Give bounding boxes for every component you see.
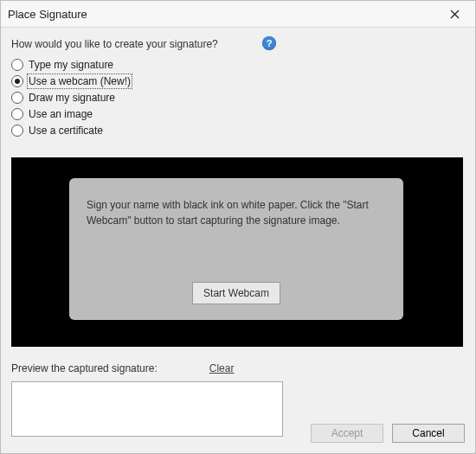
preview-header: Preview the captured signature: Clear [11, 361, 465, 376]
radio-icon [11, 108, 23, 120]
help-icon[interactable]: ? [262, 36, 276, 50]
close-button[interactable] [441, 3, 468, 24]
option-label: Type my signature [29, 59, 113, 71]
prompt-text: How would you like to create your signat… [11, 38, 218, 50]
radio-icon [11, 125, 23, 137]
accept-button: Accept [311, 424, 383, 443]
cancel-button[interactable]: Cancel [392, 424, 465, 443]
dialog-footer: Accept Cancel [311, 424, 465, 443]
preview-label: Preview the captured signature: [11, 362, 158, 374]
clear-link[interactable]: Clear [209, 362, 235, 374]
option-use-certificate[interactable]: Use a certificate [11, 123, 465, 138]
webcam-instructions: Sign your name with black ink on white p… [87, 197, 386, 228]
close-icon [450, 10, 460, 19]
radio-icon [11, 92, 23, 104]
webcam-panel: Sign your name with black ink on white p… [11, 157, 463, 347]
radio-icon [11, 75, 23, 87]
place-signature-dialog: Place Signature How would you like to cr… [0, 0, 476, 454]
option-use-webcam[interactable]: Use a webcam (New!) [11, 74, 465, 89]
titlebar: Place Signature [1, 1, 475, 28]
radio-icon [11, 59, 23, 71]
option-draw-signature[interactable]: Draw my signature [11, 90, 465, 106]
signature-options: Type my signature Use a webcam (New!) Dr… [11, 57, 465, 138]
option-use-image[interactable]: Use an image [11, 106, 465, 122]
option-type-signature[interactable]: Type my signature [11, 57, 465, 73]
option-label: Use an image [29, 108, 93, 120]
webcam-button-row: Start Webcam [87, 282, 386, 308]
option-label: Use a certificate [29, 125, 103, 137]
prompt-row: How would you like to create your signat… [11, 36, 465, 52]
start-webcam-button[interactable]: Start Webcam [192, 282, 280, 304]
webcam-instruction-card: Sign your name with black ink on white p… [69, 178, 403, 320]
option-label: Use a webcam (New!) [29, 75, 131, 87]
window-title: Place Signature [8, 8, 87, 21]
preview-box [11, 381, 283, 437]
option-label: Draw my signature [29, 92, 115, 104]
dialog-body: How would you like to create your signat… [1, 28, 475, 437]
